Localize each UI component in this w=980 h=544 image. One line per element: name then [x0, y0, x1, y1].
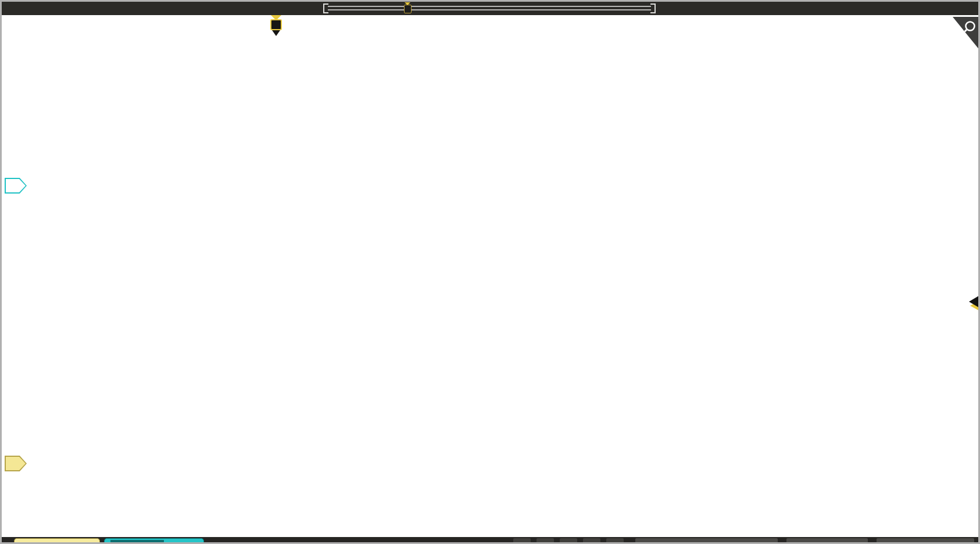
trigger-level-arrow-icon[interactable]: [967, 293, 980, 315]
trigger-position-marker[interactable]: [270, 15, 282, 38]
badge-label: [5, 456, 22, 471]
waveform-view-window: [0, 0, 980, 544]
bottom-toolbar-button[interactable]: [560, 538, 577, 544]
waveform-plot[interactable]: [2, 2, 980, 544]
channel-badge-c1[interactable]: [5, 456, 27, 471]
bottom-toolbar-panel[interactable]: [877, 538, 974, 544]
acquisition-overview-bar[interactable]: [323, 3, 656, 13]
trigger-t-icon: [404, 5, 412, 13]
channel-badge-c2[interactable]: [5, 178, 27, 194]
bottom-toolbar-button[interactable]: [537, 538, 554, 544]
badge-content: [110, 540, 164, 543]
trigger-level-arrow: [969, 294, 980, 309]
bottom-channel1-badge-partial[interactable]: [14, 538, 100, 544]
window-titlebar[interactable]: [2, 2, 978, 15]
bottom-toolbar-panel[interactable]: [786, 538, 868, 544]
overview-right-bracket[interactable]: [650, 3, 656, 13]
overview-left-bracket[interactable]: [323, 3, 328, 13]
bottom-toolbar-button[interactable]: [606, 538, 624, 544]
bottom-toolbar-button[interactable]: [513, 538, 531, 544]
bottom-toolbar-button[interactable]: [583, 538, 600, 544]
trigger-t-icon: [270, 19, 282, 30]
overview-trigger-marker[interactable]: [403, 2, 412, 15]
overview-track-line: [328, 6, 651, 7]
bottom-toolbar-panel[interactable]: [635, 538, 778, 544]
bottom-channel2-badge-partial[interactable]: [104, 538, 204, 544]
bottom-toolbar-partial: [2, 537, 978, 544]
badge-label: [5, 178, 22, 194]
trigger-flag-tail: [272, 30, 280, 36]
overview-track-line: [328, 9, 651, 10]
